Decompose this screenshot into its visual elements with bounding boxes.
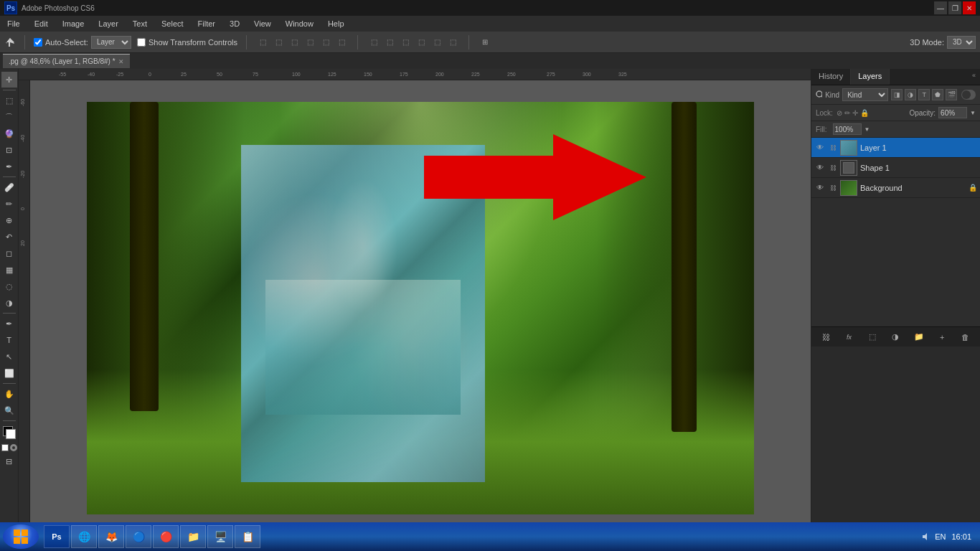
delete-layer-btn[interactable]: 🗑: [959, 331, 972, 344]
menu-image[interactable]: Image: [60, 18, 88, 29]
auto-select-checkbox[interactable]: [34, 38, 42, 47]
text-tool[interactable]: T: [1, 332, 17, 348]
lasso-tool[interactable]: ⌒: [1, 109, 17, 125]
menu-view[interactable]: View: [251, 18, 274, 29]
screen-mode-btn[interactable]: ⊟: [1, 453, 17, 469]
layer-item-layer1[interactable]: 👁 ⛓ Layer 1: [811, 138, 980, 158]
menu-help[interactable]: Help: [325, 18, 347, 29]
brush-tool[interactable]: ✏: [1, 196, 17, 212]
menu-file[interactable]: File: [4, 18, 23, 29]
fill-dropdown-arrow[interactable]: ▼: [864, 126, 870, 133]
3d-mode-select[interactable]: 3D: [947, 36, 976, 49]
new-adjustment-btn[interactable]: ◑: [889, 331, 902, 344]
eraser-tool[interactable]: ◻: [1, 245, 17, 261]
layer1-visibility-icon[interactable]: 👁: [814, 142, 826, 154]
filter-toggle[interactable]: [961, 90, 976, 100]
filter-pixel-icon[interactable]: ◨: [891, 89, 903, 100]
dist-v-btn[interactable]: ⬚: [430, 35, 444, 50]
gradient-tool[interactable]: ▦: [1, 262, 17, 278]
menu-layer[interactable]: Layer: [95, 18, 121, 29]
menu-filter[interactable]: Filter: [195, 18, 218, 29]
pen-tool[interactable]: ✒: [1, 316, 17, 331]
layer-item-background[interactable]: 👁 ⛓ Background 🔒: [811, 178, 980, 198]
opacity-dropdown-arrow[interactable]: ▼: [970, 110, 976, 116]
quick-mask-off[interactable]: [1, 444, 9, 451]
show-transform-checkbox[interactable]: [137, 38, 146, 47]
fx-btn[interactable]: fx: [843, 331, 856, 344]
taskbar-unknown[interactable]: 📋: [235, 525, 260, 548]
align-top-btn[interactable]: ⬚: [303, 35, 317, 50]
spot-heal-tool[interactable]: 🩹: [1, 179, 17, 195]
dodge-tool[interactable]: ◑: [1, 295, 17, 311]
eyedropper-tool[interactable]: ✒: [1, 159, 17, 174]
blur-tool[interactable]: ◌: [1, 278, 17, 294]
start-button[interactable]: [3, 524, 39, 549]
new-group-btn[interactable]: 📁: [913, 331, 925, 344]
dist-h-btn[interactable]: ⬚: [382, 35, 397, 50]
panel-close-btn[interactable]: «: [968, 69, 980, 85]
taskbar-folder[interactable]: 📁: [180, 525, 206, 548]
quickselect-tool[interactable]: 🔮: [1, 126, 17, 141]
menu-edit[interactable]: Edit: [32, 18, 51, 29]
shape-tool[interactable]: ⬜: [1, 365, 17, 381]
fill-input[interactable]: [833, 123, 862, 135]
shape1-visibility-icon[interactable]: 👁: [814, 162, 826, 174]
lock-position-icon[interactable]: ✛: [852, 109, 858, 117]
history-brush-tool[interactable]: ↶: [1, 229, 17, 245]
dist-bottom-btn[interactable]: ⬚: [446, 35, 460, 50]
filter-smart-icon[interactable]: 🎬: [946, 89, 957, 100]
add-mask-btn[interactable]: ⬚: [866, 331, 879, 344]
filter-text-icon[interactable]: T: [918, 89, 930, 100]
dist-right-btn[interactable]: ⬚: [398, 35, 413, 50]
opacity-input[interactable]: [938, 107, 967, 118]
new-layer-btn[interactable]: +: [936, 331, 948, 344]
volume-icon[interactable]: [920, 532, 929, 541]
link-layers-btn[interactable]: ⛓: [819, 331, 832, 344]
dist-top-btn[interactable]: ⬚: [414, 35, 428, 50]
marquee-tool[interactable]: ⬚: [1, 93, 17, 108]
history-tab[interactable]: History: [811, 69, 851, 85]
taskbar-browser-opera[interactable]: 🔴: [153, 525, 179, 548]
lock-transparent-icon[interactable]: ⊘: [837, 109, 842, 117]
menu-3d[interactable]: 3D: [227, 18, 242, 29]
zoom-tool[interactable]: 🔍: [1, 402, 17, 418]
dist-left-btn[interactable]: ⬚: [367, 35, 381, 50]
move-tool[interactable]: ✛: [1, 72, 17, 88]
menu-text[interactable]: Text: [130, 18, 150, 29]
align-left-btn[interactable]: ⬚: [255, 35, 270, 50]
auto-select-option[interactable]: Auto-Select: Layer Group: [34, 36, 131, 49]
layer-item-shape1[interactable]: 👁 ⛓ Shape 1: [811, 158, 980, 178]
align-center-h-btn[interactable]: ⬚: [271, 35, 286, 50]
taskbar-monitor[interactable]: 🖥️: [207, 525, 233, 548]
align-center-v-btn[interactable]: ⬚: [319, 35, 333, 50]
path-select-tool[interactable]: ↖: [1, 349, 17, 364]
crop-tool[interactable]: ⊡: [1, 142, 17, 158]
taskbar-browser-chrome[interactable]: 🔵: [126, 525, 151, 548]
auto-select-dropdown[interactable]: Layer Group: [91, 36, 131, 49]
bg-visibility-icon[interactable]: 👁: [814, 182, 826, 194]
quick-mask-on[interactable]: [10, 444, 17, 451]
taskbar-browser-ie[interactable]: 🌐: [71, 525, 97, 548]
hand-tool[interactable]: ✋: [1, 386, 17, 402]
menu-select[interactable]: Select: [159, 18, 187, 29]
show-transform-option[interactable]: Show Transform Controls: [137, 38, 237, 47]
filter-adjust-icon[interactable]: ◑: [905, 89, 916, 100]
color-swatch[interactable]: [1, 425, 17, 441]
lock-paint-icon[interactable]: ✏: [844, 109, 850, 117]
menu-window[interactable]: Window: [283, 18, 316, 29]
tab-close-btn[interactable]: ✕: [118, 58, 124, 65]
align-right-btn[interactable]: ⬚: [287, 35, 301, 50]
minimize-button[interactable]: —: [934, 1, 947, 14]
lock-all-icon[interactable]: 🔒: [860, 109, 869, 117]
auto-align-btn[interactable]: ⊞: [478, 35, 492, 50]
taskbar-browser-ff[interactable]: 🦊: [98, 525, 124, 548]
clone-tool[interactable]: ⊕: [1, 212, 17, 228]
close-button[interactable]: ✕: [963, 1, 976, 14]
layers-tab[interactable]: Layers: [851, 69, 890, 85]
filter-shape-icon[interactable]: ⬟: [932, 89, 943, 100]
layer-filter-select[interactable]: Kind Name Effect Mode Attribute Color: [842, 88, 888, 101]
taskbar-photoshop[interactable]: Ps: [44, 525, 70, 548]
restore-button[interactable]: ❐: [948, 1, 961, 14]
document-tab[interactable]: .pg @ 48,6% (Layer 1, RGB/8#) * ✕: [3, 54, 130, 68]
align-bottom-btn[interactable]: ⬚: [334, 35, 349, 50]
